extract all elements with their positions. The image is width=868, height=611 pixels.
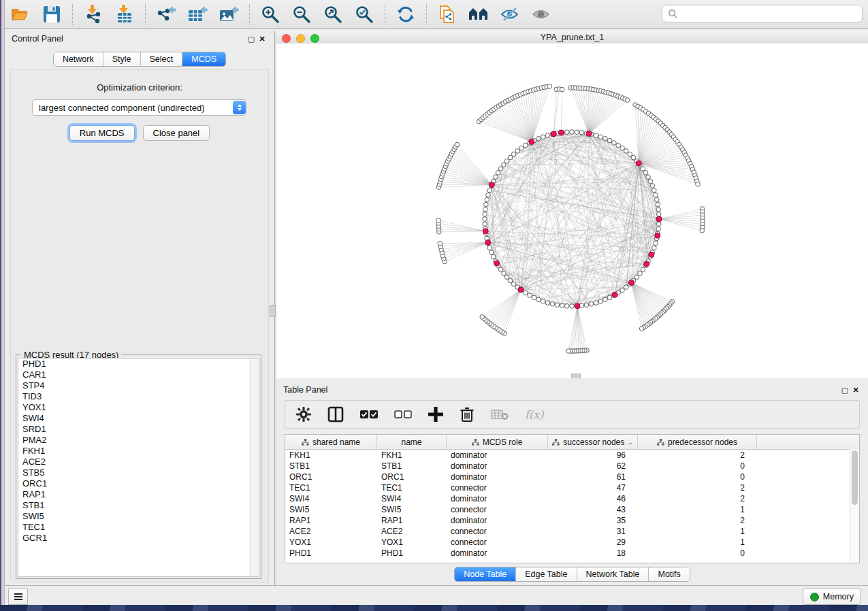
close-panel-button[interactable]: Close panel (143, 125, 210, 141)
mcds-result-item[interactable]: TID3 (18, 391, 259, 402)
column-header-MCDS-role[interactable]: MCDS role (447, 435, 548, 449)
hide-selection-icon[interactable] (499, 4, 521, 24)
zoom-selected-icon[interactable] (353, 4, 375, 24)
mcds-result-item[interactable]: GCR1 (18, 533, 259, 544)
table-row[interactable]: SWI4SWI4dominator462 (285, 493, 859, 504)
mcds-result-item[interactable]: ACE2 (18, 457, 259, 467)
export-network-icon[interactable] (155, 4, 177, 24)
mcds-hub-node[interactable] (575, 303, 580, 309)
zoom-in-icon[interactable] (259, 4, 281, 24)
new-network-from-selection-icon[interactable] (436, 4, 458, 24)
mcds-result-item[interactable]: PMA2 (18, 435, 259, 446)
show-columns-icon[interactable] (327, 406, 344, 423)
search-input[interactable] (678, 8, 856, 19)
tab-motifs[interactable]: Motifs (649, 567, 689, 581)
mcds-result-item[interactable]: STP4 (18, 380, 259, 391)
mcds-hub-node[interactable] (518, 287, 524, 293)
mcds-hub-node[interactable] (529, 139, 534, 144)
column-header-predecessor-nodes[interactable]: predecessor nodes (638, 435, 757, 449)
mcds-hub-node[interactable] (656, 216, 662, 222)
network-canvas[interactable] (276, 44, 868, 378)
mcds-hub-node[interactable] (649, 252, 654, 257)
mcds-result-item[interactable]: CAR1 (18, 369, 259, 380)
network-graph[interactable] (276, 44, 868, 378)
open-file-icon[interactable] (10, 4, 31, 24)
mcds-result-list[interactable]: PHD1CAR1STP4TID3YOX1SWI4SRD1PMA2FKH1ACE2… (18, 358, 259, 577)
zoom-out-icon[interactable] (291, 4, 312, 24)
mcds-result-item[interactable]: SWI4 (18, 413, 259, 424)
table-scrollbar-thumb[interactable] (852, 450, 858, 505)
column-header-name[interactable]: name (377, 435, 447, 449)
mcds-hub-node[interactable] (644, 261, 649, 267)
table-row[interactable]: PHD1PHD1dominator180 (285, 548, 859, 559)
mcds-hub-node[interactable] (558, 130, 564, 135)
mcds-result-item[interactable]: SRD1 (18, 424, 259, 435)
node-table[interactable]: shared namenameMCDS rolesuccessor nodes⌄… (285, 434, 860, 563)
mcds-hub-node[interactable] (655, 233, 660, 238)
tab-network-table[interactable]: Network Table (577, 567, 649, 581)
mcds-hub-node[interactable] (489, 182, 494, 188)
run-mcds-button[interactable]: Run MCDS (69, 125, 135, 141)
close-window-icon[interactable] (282, 34, 291, 43)
deselect-all-checkboxes-icon[interactable] (394, 406, 412, 423)
save-session-icon[interactable] (41, 4, 63, 24)
table-scrollbar[interactable] (850, 449, 859, 563)
node-table-header[interactable]: shared namenameMCDS rolesuccessor nodes⌄… (285, 435, 859, 450)
column-header-shared-name[interactable]: shared name (285, 435, 377, 449)
mcds-list-scrollbar[interactable] (250, 359, 259, 576)
refresh-layout-icon[interactable] (395, 4, 417, 24)
maximize-window-icon[interactable] (310, 34, 319, 43)
mcds-result-item[interactable]: TEC1 (18, 522, 259, 533)
tab-node-table[interactable]: Node Table (455, 567, 516, 581)
close-table-panel-icon[interactable]: ✕ (850, 386, 861, 395)
table-row[interactable]: YOX1YOX1connector291 (285, 537, 859, 548)
table-row[interactable]: ACE2ACE2connector311 (285, 526, 859, 537)
tab-mcds[interactable]: MCDS (182, 52, 225, 66)
mcds-hub-node[interactable] (494, 261, 500, 266)
import-network-icon[interactable] (82, 4, 104, 24)
close-panel-icon[interactable]: ✕ (257, 35, 268, 44)
delete-column-icon[interactable] (460, 406, 475, 423)
memory-button[interactable]: Memory (803, 589, 861, 605)
mcds-result-item[interactable]: YOX1 (18, 402, 259, 413)
table-row[interactable]: SWI5SWI5connector431 (285, 504, 859, 515)
table-row[interactable]: ORC1ORC1dominator610 (285, 472, 859, 482)
mcds-hub-node[interactable] (485, 240, 491, 245)
tab-edge-table[interactable]: Edge Table (516, 567, 577, 581)
tab-select[interactable]: Select (141, 52, 183, 66)
mcds-result-item[interactable]: FKH1 (18, 446, 259, 457)
table-row[interactable]: TEC1TEC1connector472 (285, 482, 859, 493)
criterion-dropdown[interactable]: largest connected component (undirected) (32, 99, 247, 116)
network-window-titlebar[interactable]: YPA_prune.txt_1 (276, 31, 868, 44)
mcds-result-item[interactable]: ORC1 (18, 478, 259, 489)
first-neighbors-icon[interactable] (468, 4, 489, 24)
mcds-hub-node[interactable] (636, 161, 641, 166)
global-search-field[interactable] (662, 5, 863, 22)
mcds-hub-node[interactable] (586, 131, 592, 136)
column-header-successor-nodes[interactable]: successor nodes⌄ (548, 435, 638, 449)
mcds-hub-node[interactable] (628, 280, 634, 285)
sort-chevron-icon[interactable]: ⌄ (628, 439, 633, 446)
mcds-result-item[interactable]: RAP1 (18, 489, 259, 500)
mcds-result-item[interactable]: STB5 (18, 467, 259, 478)
table-row[interactable]: FKH1FKH1dominator962 (285, 450, 859, 461)
table-options-gear-icon[interactable] (296, 406, 311, 423)
export-table-icon[interactable] (187, 4, 208, 24)
panel-splitter-handle[interactable] (270, 305, 276, 317)
mcds-result-item[interactable]: PHD1 (18, 359, 259, 369)
mcds-hub-node[interactable] (551, 131, 556, 137)
node-table-body[interactable]: FKH1FKH1dominator962STB1STB1dominator620… (285, 450, 859, 559)
float-panel-icon[interactable]: ▢ (246, 35, 257, 44)
float-table-panel-icon[interactable]: ▢ (839, 386, 850, 395)
task-history-button[interactable] (8, 589, 28, 605)
tab-network[interactable]: Network (54, 52, 103, 66)
mcds-result-item[interactable]: STB1 (18, 500, 259, 511)
add-column-icon[interactable] (428, 406, 443, 423)
import-table-icon[interactable] (114, 4, 135, 24)
mcds-result-item[interactable]: SWI5 (18, 511, 259, 522)
mcds-hub-node[interactable] (612, 292, 617, 297)
select-all-checkboxes-icon[interactable] (360, 406, 378, 423)
export-image-icon[interactable] (218, 4, 240, 24)
zoom-fit-icon[interactable] (322, 4, 344, 24)
show-all-icon[interactable] (530, 4, 552, 24)
